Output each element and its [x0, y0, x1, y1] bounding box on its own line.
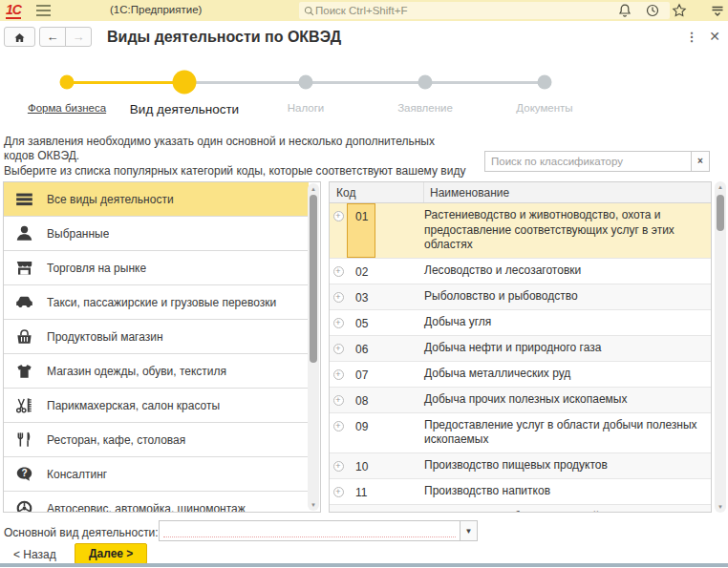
more-button[interactable]: ⋮	[682, 27, 701, 46]
expand-button[interactable]: +	[330, 453, 347, 478]
category-label: Консалтинг	[47, 468, 107, 481]
list-icon	[13, 189, 34, 210]
wheel-icon	[13, 498, 34, 514]
clear-search-button[interactable]: ×	[691, 152, 709, 171]
expand-button[interactable]: +	[330, 362, 347, 387]
combo-dropdown-button[interactable]: ▼	[460, 521, 477, 540]
step-connector	[67, 81, 184, 84]
expand-button[interactable]: +	[330, 505, 347, 513]
expand-button[interactable]: +	[330, 479, 347, 504]
scrollbar-thumb[interactable]	[310, 195, 317, 363]
category-label: Выбранные	[47, 227, 109, 241]
chevron-down-icon: ▼	[465, 527, 473, 536]
scrollbar-thumb[interactable]	[717, 195, 724, 231]
category-item[interactable]: Продуктовый магазин	[4, 320, 309, 354]
expand-plus-icon: +	[333, 211, 344, 221]
expand-button[interactable]: +	[330, 310, 347, 335]
notifications-button[interactable]	[616, 3, 633, 19]
table-row[interactable]: + 11 Производство напитков	[330, 479, 711, 505]
expand-button[interactable]: +	[330, 413, 347, 452]
category-item[interactable]: Парикмахерская, салон красоты	[4, 389, 309, 423]
category-item[interactable]: Магазин одежды, обуви, текстиля	[4, 354, 309, 389]
category-item[interactable]: Ресторан, кафе, столовая	[4, 423, 309, 457]
row-code-cell[interactable]: 07	[347, 362, 424, 387]
table-row[interactable]: + 03 Рыболовство и рыбоводство	[330, 284, 711, 310]
scroll-up-icon[interactable]: ▲	[715, 183, 726, 191]
bell-icon	[617, 3, 632, 18]
main-menu-button[interactable]	[36, 5, 51, 16]
question-icon: ?	[13, 464, 34, 485]
scroll-down-icon[interactable]: ▼	[308, 501, 319, 509]
table-scrollbar[interactable]: ▲ ▼	[715, 181, 726, 513]
close-button[interactable]: ✕	[705, 27, 724, 46]
row-name-cell[interactable]: Предоставление услуг в области добычи по…	[424, 413, 711, 452]
row-name-cell[interactable]: Производство табачных изделий	[424, 505, 711, 513]
row-name-cell[interactable]: Лесоводство и лесозаготовки	[424, 259, 711, 284]
table-row[interactable]: + 05 Добыча угля	[330, 310, 711, 336]
category-item[interactable]: Выбранные	[4, 217, 309, 251]
row-code-cell[interactable]: 08	[347, 388, 424, 412]
table-row[interactable]: + 06 Добыча нефти и природного газа	[330, 336, 711, 362]
scroll-down-icon[interactable]: ▼	[715, 503, 726, 511]
forward-button[interactable]: →	[65, 27, 92, 47]
row-code-cell[interactable]: 03	[347, 284, 424, 309]
row-name-cell[interactable]: Добыча нефти и природного газа	[424, 336, 711, 361]
row-code-cell[interactable]: 05	[347, 310, 424, 335]
row-name-cell[interactable]: Растениеводство и животноводство, охота …	[424, 203, 711, 258]
market-icon	[13, 258, 34, 279]
category-item[interactable]: ? Консалтинг	[4, 457, 309, 492]
service-menu-button[interactable]	[709, 3, 726, 19]
table-row[interactable]: + 02 Лесоводство и лесозаготовки	[330, 259, 711, 284]
step-dot-taxes	[299, 75, 313, 90]
row-code-cell[interactable]: 09	[347, 413, 424, 452]
classifier-search-input[interactable]	[485, 152, 691, 171]
category-item[interactable]: Торговля на рынке	[4, 251, 309, 285]
table-row[interactable]: + 09 Предоставление услуг в области добы…	[330, 413, 711, 453]
history-button[interactable]	[644, 3, 661, 19]
category-item[interactable]: Все виды деятельности	[4, 182, 309, 217]
category-panel: Все виды деятельности Выбранные Торговля…	[3, 181, 321, 513]
category-item[interactable]: Такси, пассажирские и грузовые перевозки	[4, 285, 309, 320]
row-code-cell[interactable]: 01	[347, 203, 424, 258]
row-code-cell[interactable]: 11	[347, 479, 424, 504]
table-row[interactable]: + 08 Добыча прочих полезных ископаемых	[330, 388, 711, 413]
category-label: Магазин одежды, обуви, текстиля	[47, 365, 226, 378]
row-code-cell[interactable]: 06	[347, 336, 424, 361]
expand-button[interactable]: +	[330, 336, 347, 361]
table-row[interactable]: + 01 Растениеводство и животноводство, о…	[330, 203, 711, 259]
table-row[interactable]: + 12 Производство табачных изделий	[330, 505, 711, 513]
row-code-cell[interactable]: 12	[347, 505, 424, 513]
row-name-cell[interactable]: Рыболовство и рыбоводство	[424, 284, 711, 309]
expand-button[interactable]: +	[330, 259, 347, 284]
row-name-cell[interactable]: Добыча металлических руд	[424, 362, 711, 387]
category-scrollbar[interactable]: ▲ ▼	[308, 183, 319, 511]
main-activity-combobox[interactable]: ▼	[159, 520, 478, 541]
hamburger-icon	[36, 5, 51, 7]
favorites-button[interactable]	[671, 3, 688, 19]
home-button[interactable]	[4, 27, 35, 47]
expand-plus-icon: +	[333, 344, 344, 354]
expand-button[interactable]: +	[330, 203, 347, 258]
row-name-cell[interactable]: Добыча прочих полезных ископаемых	[424, 388, 711, 412]
next-button[interactable]: Далее >	[75, 543, 147, 564]
scroll-up-icon[interactable]: ▲	[308, 185, 319, 193]
table-row[interactable]: + 10 Производство пищевых продуктов	[330, 453, 711, 479]
category-item[interactable]: Автосервис, автомойка, шиномонтаж	[4, 492, 309, 513]
global-search	[299, 2, 670, 19]
step-label-business-form[interactable]: Форма бизнеса	[28, 102, 106, 114]
back-arrow-icon: ←	[47, 30, 59, 44]
row-name-cell[interactable]: Производство напитков	[424, 479, 711, 504]
expand-button[interactable]: +	[330, 284, 347, 309]
step-dot-documents	[538, 75, 552, 90]
back-nav-button[interactable]: < Назад	[13, 545, 56, 564]
row-code-cell[interactable]: 02	[347, 259, 424, 284]
row-name-cell[interactable]: Производство пищевых продуктов	[424, 453, 711, 478]
row-name-cell[interactable]: Добыча угля	[424, 310, 711, 335]
expand-button[interactable]: +	[330, 388, 347, 412]
back-button[interactable]: ←	[39, 27, 66, 47]
category-list: Все виды деятельности Выбранные Торговля…	[4, 182, 309, 513]
history-icon	[645, 3, 660, 18]
row-code-cell[interactable]: 10	[347, 453, 424, 478]
table-row[interactable]: + 07 Добыча металлических руд	[330, 362, 711, 388]
step-label-activity-type: Вид деятельности	[130, 102, 239, 116]
